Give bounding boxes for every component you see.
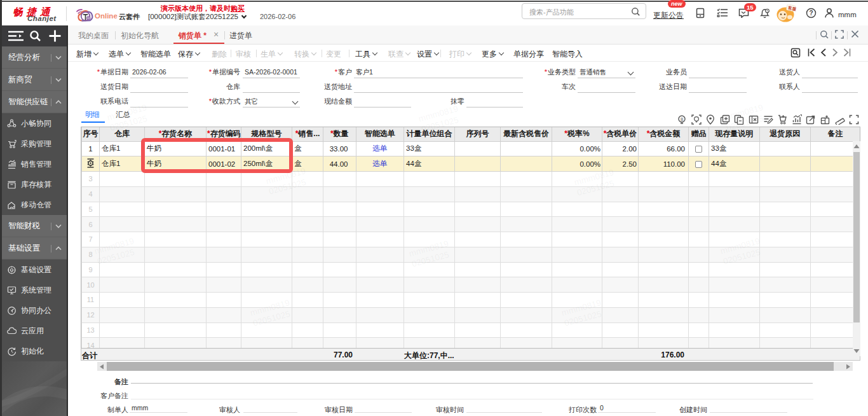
svg-text:B: B xyxy=(681,117,683,121)
svg-text:?: ? xyxy=(810,10,813,17)
